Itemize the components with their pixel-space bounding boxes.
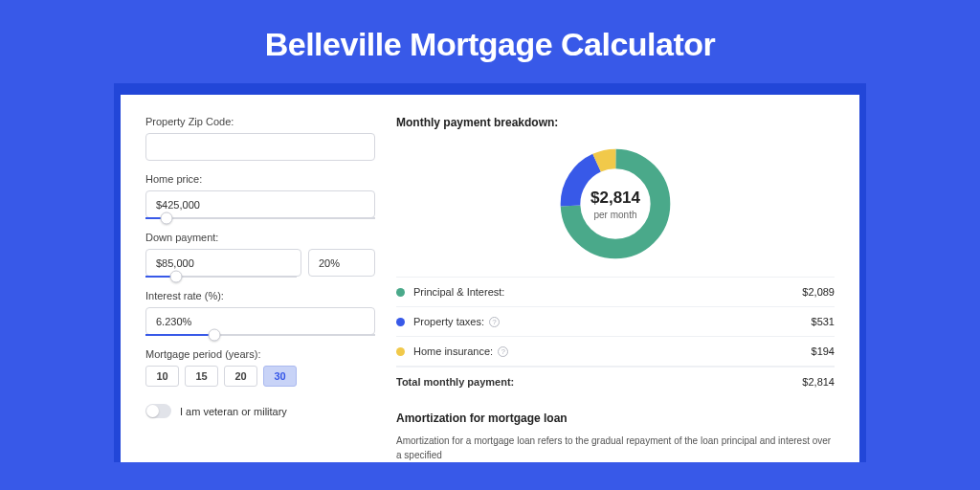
page-title: Belleville Mortgage Calculator <box>0 0 980 83</box>
donut-amount: $2,814 <box>590 189 640 208</box>
breakdown-title: Monthly payment breakdown: <box>396 116 835 129</box>
results-column: Monthly payment breakdown: $2,814 per mo… <box>396 116 835 462</box>
home-price-slider-handle[interactable] <box>160 212 172 225</box>
donut-sub: per month <box>593 210 636 220</box>
zip-field: Property Zip Code: <box>145 116 375 161</box>
down-payment-label: Down payment: <box>145 232 375 243</box>
toggle-knob <box>146 405 159 417</box>
down-payment-percent-input[interactable] <box>308 249 375 277</box>
breakdown-label: Principal & Interest: <box>413 286 802 298</box>
donut-chart: $2,814 per month <box>556 145 675 263</box>
zip-input[interactable] <box>145 133 375 161</box>
veteran-label: I am veteran or military <box>180 406 287 417</box>
total-value: $2,814 <box>802 376 835 388</box>
amortization-title: Amortization for mortgage loan <box>396 412 835 425</box>
home-price-input[interactable] <box>145 190 375 218</box>
interest-rate-slider-handle[interactable] <box>209 329 221 342</box>
period-option-15[interactable]: 15 <box>185 366 218 387</box>
amortization-text: Amortization for a mortgage loan refers … <box>396 434 835 462</box>
home-price-slider[interactable] <box>145 217 375 219</box>
down-payment-input[interactable] <box>145 249 301 277</box>
legend-dot <box>396 318 405 326</box>
input-column: Property Zip Code: Home price: Down paym… <box>145 116 375 462</box>
breakdown-label: Home insurance:? <box>413 345 812 357</box>
breakdown-value: $194 <box>812 345 835 357</box>
period-option-10[interactable]: 10 <box>145 366 179 387</box>
breakdown-value: $531 <box>812 316 835 327</box>
total-row: Total monthly payment: $2,814 <box>396 367 835 396</box>
down-payment-field: Down payment: <box>145 232 375 278</box>
breakdown-value: $2,089 <box>802 286 835 298</box>
breakdown-row: Home insurance:?$194 <box>396 336 835 367</box>
home-price-field: Home price: <box>145 173 375 219</box>
veteran-row: I am veteran or military <box>145 404 375 418</box>
down-payment-slider[interactable] <box>145 276 297 278</box>
home-price-label: Home price: <box>145 173 375 185</box>
donut-chart-wrap: $2,814 per month <box>396 139 835 277</box>
interest-rate-label: Interest rate (%): <box>145 290 375 301</box>
interest-rate-field: Interest rate (%): <box>145 290 375 336</box>
info-icon[interactable]: ? <box>489 317 500 327</box>
info-icon[interactable]: ? <box>498 346 508 357</box>
interest-rate-slider[interactable] <box>145 334 375 336</box>
interest-rate-input[interactable] <box>145 307 375 335</box>
down-payment-slider-handle[interactable] <box>169 271 182 283</box>
zip-label: Property Zip Code: <box>145 116 375 127</box>
period-option-30[interactable]: 30 <box>263 366 297 387</box>
legend-dot <box>396 288 405 297</box>
period-field: Mortgage period (years): 10152030 <box>145 348 375 387</box>
breakdown-row: Principal & Interest:$2,089 <box>396 277 835 306</box>
veteran-toggle[interactable] <box>145 404 171 418</box>
amortization-section: Amortization for mortgage loan Amortizat… <box>396 412 835 462</box>
breakdown-label: Property taxes:? <box>413 316 812 327</box>
period-label: Mortgage period (years): <box>145 348 375 360</box>
period-option-20[interactable]: 20 <box>224 366 257 387</box>
calculator-card: Property Zip Code: Home price: Down paym… <box>121 95 859 462</box>
content-band: Property Zip Code: Home price: Down paym… <box>114 83 866 462</box>
breakdown-row: Property taxes:?$531 <box>396 306 835 336</box>
total-label: Total monthly payment: <box>396 376 802 388</box>
legend-dot <box>396 347 405 356</box>
